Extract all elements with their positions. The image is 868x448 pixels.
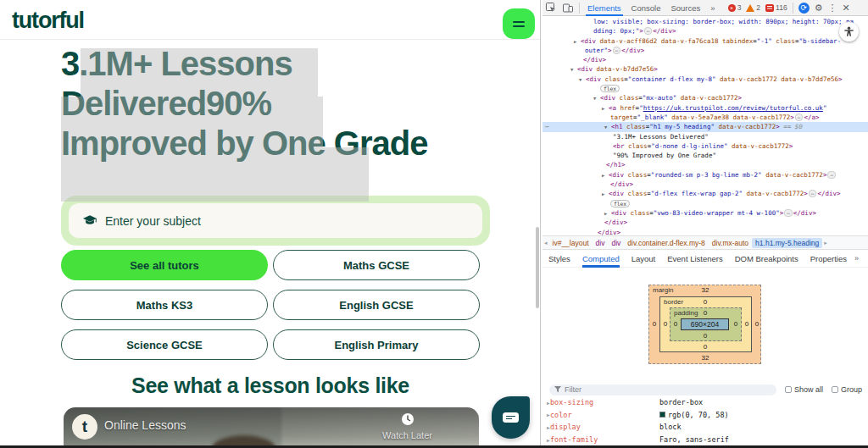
watch-later-button[interactable]: Watch Later [376, 412, 439, 440]
subject-button-english-gcse[interactable]: English GCSE [273, 290, 480, 320]
dom-row[interactable]: </div> [542, 218, 868, 227]
show-all-checkbox[interactable] [785, 386, 792, 393]
dom-row[interactable]: ▼<div data-v-b7dd7e56> [542, 64, 868, 74]
tab-properties[interactable]: Properties [810, 250, 847, 268]
site-logo[interactable]: tutorful [12, 8, 84, 34]
devtools-tab-console[interactable]: Console [626, 0, 666, 16]
browser-page: tutorful 3.1M+ Lessons Delivered90% Impr… [0, 0, 541, 448]
issues-count-badge[interactable]: 116 [765, 3, 787, 12]
activity-refresh-icon[interactable]: ⟳ [798, 3, 810, 14]
group-label: Group [841, 385, 862, 394]
video-title[interactable]: Online Lessons [104, 418, 186, 432]
panel-more-tabs-chevron[interactable]: » [854, 254, 859, 263]
tab-event-listeners[interactable]: Event Listeners [667, 250, 722, 268]
computed-property-color[interactable]: ▶colorrgb(0, 70, 58) [542, 409, 868, 422]
breadcrumb-prev-arrow[interactable]: ◂ [542, 240, 549, 246]
dom-row[interactable]: ▶<div class="d-flex flex-wrap gap-2" dat… [542, 189, 868, 198]
dom-row[interactable]: </div> [542, 55, 868, 64]
devtools-tab-sources[interactable]: Sources [665, 0, 705, 16]
dom-row[interactable]: ▶<a href="https://uk.trustpilot.com/revi… [542, 103, 868, 113]
flex-badge: flex [600, 85, 620, 92]
dom-row[interactable]: "90% Improved by One Grade" [542, 151, 868, 160]
dom-row-gutter-dots[interactable]: ⋯ [545, 122, 549, 131]
dom-row[interactable]: ▶<div class="vwo-83-video-wrapper mt-4 w… [542, 208, 868, 218]
property-expand-arrow-icon[interactable]: ▶ [542, 437, 550, 443]
devtools-toolbar: Elements Console Sources » × 3 2 116 ⟳ ⚙… [542, 0, 868, 16]
dom-row[interactable]: target="_blank" data-v-5ea7ae38 data-v-c… [542, 113, 868, 122]
dom-row[interactable]: </div> [542, 180, 868, 189]
show-all-label: Show all [794, 385, 823, 394]
settings-gear-icon[interactable]: ⚙ [815, 3, 823, 14]
dom-row[interactable]: </div> [542, 228, 868, 235]
dom-row[interactable]: ▼<div class="container d-flex my-8" data… [542, 75, 868, 84]
devtools-menu-icon[interactable]: ⋮ [828, 3, 837, 14]
tab-dom-breakpoints[interactable]: DOM Breakpoints [735, 250, 798, 268]
subject-button-see-all-tutors[interactable]: See all tutors [61, 250, 268, 280]
devtools-close-icon[interactable]: ✕ [843, 3, 850, 14]
box-model-content[interactable]: 690×204 [681, 318, 729, 330]
dom-row[interactable]: ▶<div data-v-acff86d2 data-v-fa76ca18 ta… [542, 36, 868, 46]
dom-row[interactable]: dding: 0px;">⋯</div> [542, 26, 868, 36]
breadcrumb-item[interactable]: div.container.d-flex.my-8 [624, 238, 709, 248]
warning-count-badge[interactable]: 2 [746, 3, 760, 12]
property-expand-arrow-icon[interactable]: ▶ [542, 400, 550, 406]
breadcrumb-item[interactable]: div [608, 238, 624, 248]
dom-row-selected[interactable]: ⋯▼<h1 class="h1 my-5 heading" data-v-cac… [542, 122, 868, 131]
dom-row[interactable]: flex [542, 84, 868, 93]
filter-input[interactable]: Filter [549, 384, 776, 395]
accessibility-cursor [839, 22, 859, 41]
breadcrumb-item[interactable]: iv#__layout [549, 238, 593, 248]
dom-row[interactable]: ▶<div class="rounded-sm p-3 bg-lime mb-2… [542, 170, 868, 180]
flex-badge: flex [610, 200, 630, 207]
tab-styles[interactable]: Styles [548, 250, 570, 268]
hero-heading-line3: Improved by One Grade [61, 124, 427, 163]
breadcrumb-next-arrow[interactable]: ▸ [822, 240, 829, 246]
breadcrumb-item[interactable]: div [593, 238, 609, 248]
computed-property-display[interactable]: ▶displayblock [542, 421, 868, 434]
chat-icon [503, 412, 519, 423]
dom-row[interactable]: outer">⋯</div> [542, 46, 868, 55]
chat-widget-button[interactable] [492, 396, 530, 439]
breadcrumb-item[interactable]: div.mx-auto [709, 238, 752, 248]
subject-search-input[interactable]: Enter your subject [69, 203, 482, 238]
more-tabs-chevron[interactable]: » [705, 0, 720, 16]
tab-layout[interactable]: Layout [632, 250, 656, 268]
dom-row[interactable]: </h1> [542, 160, 868, 169]
dom-row[interactable]: ▼<div class="mx-auto" data-v-cacb1772> [542, 93, 868, 102]
computed-filter-row: Filter Show all Group [542, 383, 868, 396]
clock-icon [401, 412, 415, 426]
dom-row[interactable]: low: visible; box-sizing: border-box; wi… [542, 17, 868, 26]
computed-property-box-sizing[interactable]: ▶box-sizingborder-box [542, 396, 868, 409]
tab-computed[interactable]: Computed [582, 250, 620, 268]
subject-button-maths-ks3[interactable]: Maths KS3 [61, 290, 268, 320]
error-count-badge[interactable]: × 3 [728, 3, 742, 12]
search-placeholder: Enter your subject [105, 214, 201, 228]
dom-row[interactable]: <br class="d-none d-lg-inline" data-v-ca… [542, 141, 868, 151]
dom-row[interactable]: "3.1M+ Lessons Delivered" [542, 132, 868, 141]
property-expand-arrow-icon[interactable]: ▶ [542, 424, 550, 430]
dom-breadcrumb-bar: ◂ iv#__layoutdivdivdiv.container.d-flex.… [542, 235, 868, 250]
devtools-panel: Elements Console Sources » × 3 2 116 ⟳ ⚙… [542, 0, 868, 448]
subject-search: Enter your subject [61, 196, 490, 246]
page-scrollbar-thumb[interactable] [536, 227, 539, 308]
device-toolbar-icon[interactable] [563, 3, 573, 13]
subject-button-maths-gcse[interactable]: Maths GCSE [273, 250, 480, 280]
hamburger-icon [513, 21, 525, 23]
subject-button-english-primary[interactable]: English Primary [273, 329, 480, 360]
property-expand-arrow-icon[interactable]: ▶ [542, 412, 550, 418]
hero-heading: 3.1M+ Lessons Delivered90% Improved by O… [61, 44, 427, 163]
dom-row[interactable]: flex [542, 199, 868, 208]
subject-button-science-gcse[interactable]: Science GCSE [61, 329, 268, 360]
video-player[interactable]: t Online Lessons Watch Later Share [64, 407, 479, 448]
screen: tutorful 3.1M+ Lessons Delivered90% Impr… [0, 0, 868, 448]
computed-properties-list: ▶box-sizingborder-box▶colorrgb(0, 70, 58… [542, 396, 868, 448]
hamburger-menu-button[interactable] [503, 8, 535, 39]
hero-heading-line1: 3.1M+ Lessons [61, 44, 427, 84]
group-checkbox[interactable] [832, 386, 838, 393]
video-channel-avatar[interactable]: t [72, 414, 97, 440]
breadcrumb-selected[interactable]: h1.h1.my-5.heading [752, 238, 822, 248]
computed-property-font-family[interactable]: ▶font-familyFaro, sans-serif [542, 434, 868, 446]
warning-icon [746, 4, 754, 12]
inspect-element-icon[interactable] [546, 3, 556, 13]
devtools-tab-elements[interactable]: Elements [582, 0, 626, 16]
